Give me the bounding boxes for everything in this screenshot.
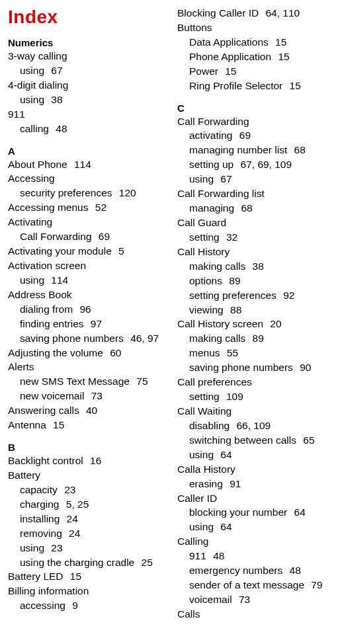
index-entry: Accessing [8,172,164,186]
index-subentry: emergency numbers 48 [177,564,333,578]
entry-pages: 16 [87,455,102,466]
entry-text: finding entries [20,318,84,329]
entry-pages: 69 [236,130,251,141]
index-subentry: Phone Application 15 [177,50,333,64]
entry-text: charging [20,499,59,510]
entry-text: setting [189,391,220,402]
entry-text: Answering calls [8,405,79,416]
entry-text: Billing information [8,585,89,596]
entry-text: Backlight control [8,455,83,466]
entry-text: Battery [8,469,40,481]
column-right: Blocking Caller ID 64, 110ButtonsData Ap… [177,7,333,622]
index-entry: Call History [177,245,333,259]
entry-text: erasing [189,478,223,489]
index-entry: Calla History [177,463,333,477]
index-entry: Battery [8,469,164,483]
entry-pages: 64, 110 [263,7,300,19]
index-subentry: setting up 67, 69, 109 [177,158,333,172]
entry-pages: 5, 25 [63,499,89,510]
index-subentry: saving phone numbers 90 [177,361,333,375]
entry-text: Activating [8,216,52,227]
index-subentry: using 23 [8,542,164,555]
entry-pages: 48 [53,123,67,134]
index-subentry: dialing from 96 [8,303,164,317]
entry-pages: 52 [92,202,106,213]
index-subentry: blocking your number 64 [177,506,333,520]
entry-pages: 48 [210,550,225,561]
index-subentry: erasing 91 [177,477,333,491]
index-page: Index Numerics3-way callingusing 674-dig… [0,0,340,629]
entry-pages: 15 [67,571,82,582]
entry-pages: 24 [66,528,81,539]
entry-pages: 91 [227,478,241,489]
entry-pages: 64 [218,521,232,532]
entry-text: Battery LED [8,571,64,582]
entry-pages: 109 [224,391,243,402]
entry-pages: 64 [218,449,232,460]
index-subentry: installing 24 [8,512,164,526]
entry-text: disabling [189,420,230,431]
entry-text: Power [189,65,218,77]
entry-pages: 73 [236,594,251,605]
entry-text: Data Applications [189,36,269,48]
section-heading: B [8,442,164,453]
entry-text: Call Guard [177,217,226,228]
entry-text: saving phone numbers [20,333,124,344]
entry-pages: 5 [116,245,124,257]
entry-text: new voicemail [20,390,84,401]
entry-text: blocking your number [189,506,287,518]
entry-pages: 15 [50,419,65,430]
index-subentry: sender of a text message 79 [177,579,333,592]
entry-text: managing number list [189,144,287,155]
entry-pages: 23 [48,542,63,553]
index-entry: Call Waiting [177,405,333,419]
index-subentry: using 64 [177,520,333,534]
entry-pages: 25 [138,557,153,568]
index-subentry: managing 68 [177,202,333,216]
entry-pages: 69 [96,231,110,242]
index-subentry: using 67 [8,64,164,78]
entry-text: Activating your module [8,245,112,257]
entry-pages: 48 [286,565,301,576]
entry-text: managing [189,202,234,214]
index-subentry: using 114 [8,274,164,288]
index-entry: Alerts [8,360,164,374]
index-subentry: Call Forwarding 69 [8,230,164,244]
entry-text: using [20,65,44,76]
entry-text: 4-digit dialing [8,79,68,91]
index-entry: Calling [177,535,333,549]
entry-text: saving phone numbers [189,362,293,373]
entry-text: Phone Application [189,51,271,62]
index-subentry: security preferences 120 [8,186,164,200]
entry-text: Call History screen [177,318,263,329]
entry-text: Buttons [177,22,212,33]
entry-text: emergency numbers [189,565,282,576]
entry-pages: 64 [291,506,306,518]
entry-text: using [20,94,44,105]
index-subentry: new voicemail 73 [8,389,164,403]
entry-pages: 15 [275,51,290,62]
entry-pages: 68 [238,202,253,214]
entry-text: capacity [20,484,58,495]
index-entry: Activating your module 5 [8,245,164,259]
index-entry: 911 [8,108,164,122]
entry-pages: 92 [280,290,295,301]
entry-pages: 67 [218,173,232,184]
entry-pages: 15 [286,80,301,91]
index-subentry: capacity 23 [8,483,164,497]
entry-pages: 73 [88,390,103,401]
entry-text: options [189,275,222,286]
section-heading: A [8,145,164,157]
index-entry: Buttons [177,21,333,35]
entry-text: Call preferences [177,376,252,387]
entry-text: Blocking Caller ID [177,7,259,19]
index-entry: Call Forwarding [177,115,333,129]
entry-pages: 67, 69, 109 [237,159,292,170]
entry-pages: 40 [83,405,98,416]
section-heading: C [177,102,333,114]
entry-text: 3-way calling [8,50,67,61]
entry-text: Call Forwarding list [177,188,265,199]
entry-pages: 120 [116,187,136,198]
entry-pages: 65 [300,434,315,446]
index-entry: Accessing menus 52 [8,201,164,215]
